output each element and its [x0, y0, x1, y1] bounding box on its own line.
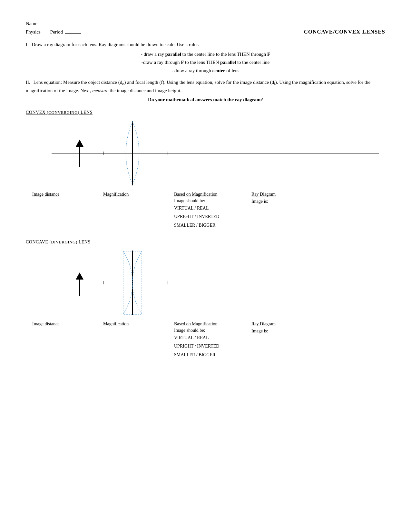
convex-lens-svg — [117, 120, 148, 186]
section2-text: Lens equation: Measure the object distan… — [26, 80, 370, 93]
lens2-ray-title: Ray Diagram — [251, 321, 300, 327]
object-arrow-2 — [76, 272, 83, 296]
physics-label: Physics — [26, 29, 41, 35]
page-title: CONCAVE/CONVEX LENSES — [304, 29, 385, 35]
lens2-magnification-label: Magnification — [103, 321, 161, 327]
lens1-based-title: Based on Magnification — [174, 192, 245, 197]
lens1-option2: UPRIGHT / INVERTED — [174, 212, 245, 221]
lens2-section: CONCAVE (DIVERGING) LENS Image distance — [26, 240, 385, 360]
lens2-option3: SMALLER / BIGGER — [174, 351, 245, 360]
bullet1: - draw a ray parallel to the center line… — [26, 50, 385, 59]
lens1-bottom-labels: Image distance Magnification Based on Ma… — [26, 192, 385, 230]
name-label: Name — [26, 21, 37, 26]
lens2-bottom-labels: Image distance Magnification Based on Ma… — [26, 321, 385, 360]
lens1-label: CONVEX (CONVERGING) LENS — [26, 110, 385, 115]
bullet2: -draw a ray through F to the lens THEN p… — [26, 58, 385, 67]
lens2-label: CONCAVE (DIVERGING) LENS — [26, 240, 385, 245]
section1-label: I. — [26, 42, 29, 47]
lens1-image-dist-label: Image distance — [32, 192, 84, 197]
period-label: Period — [50, 29, 63, 35]
section1-text: Draw a ray diagram for each lens. Ray di… — [32, 42, 199, 47]
bold-question: Do your mathematical answers match the r… — [26, 96, 385, 103]
lens1-magnification-label: Magnification — [103, 192, 161, 197]
lens2-based-sub: Image should be: — [174, 328, 245, 333]
bullet3: - draw a ray through center of lens — [26, 67, 385, 75]
tick-right-2 — [168, 281, 168, 284]
arrow-head-2 — [76, 272, 83, 280]
tick-left-1 — [103, 152, 103, 155]
lens1-ray-sub: Image is: — [251, 199, 300, 204]
lens2-option2: UPRIGHT / INVERTED — [174, 342, 245, 351]
lens2-image-dist-label: Image distance — [32, 321, 84, 327]
arrow-shaft-1 — [79, 147, 80, 167]
lens1-section: CONVEX (CONVERGING) LENS Image distance … — [26, 110, 385, 230]
section2-label: II. — [26, 80, 30, 85]
lens1-option3: SMALLER / BIGGER — [174, 221, 245, 230]
object-arrow-1 — [76, 140, 83, 167]
lens2-ray-sub: Image is: — [251, 329, 300, 334]
arrow-head-1 — [76, 140, 83, 147]
tick-left-2 — [103, 281, 103, 284]
name-field[interactable] — [39, 19, 91, 25]
lens2-based-title: Based on Magnification — [174, 321, 245, 327]
lens1-option1: VIRTUAL / REAL — [174, 204, 245, 213]
lens1-ray-title: Ray Diagram — [251, 192, 300, 197]
period-field[interactable] — [65, 28, 81, 34]
lens1-based-sub: Image should be: — [174, 198, 245, 203]
lens2-diagram — [26, 247, 385, 318]
arrow-shaft-2 — [79, 280, 80, 296]
lens2-option1: VIRTUAL / REAL — [174, 334, 245, 342]
lens1-diagram — [26, 118, 385, 189]
instructions-section: I. Draw a ray diagram for each lens. Ray… — [26, 41, 385, 103]
tick-right-1 — [168, 152, 168, 155]
h-line-1 — [52, 153, 379, 153]
h-line-2 — [52, 283, 379, 283]
header: Name Physics Period CONCAVE/CONVEX LENSE… — [26, 19, 385, 35]
concave-lens-svg — [117, 250, 148, 316]
